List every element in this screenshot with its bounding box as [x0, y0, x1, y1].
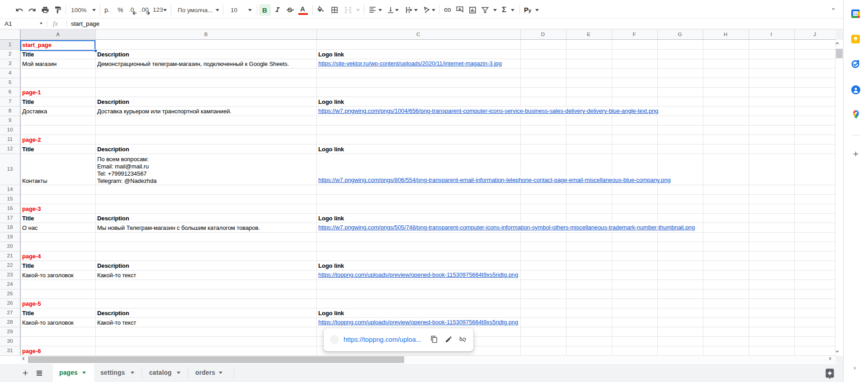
- svg-text:31: 31: [854, 12, 858, 16]
